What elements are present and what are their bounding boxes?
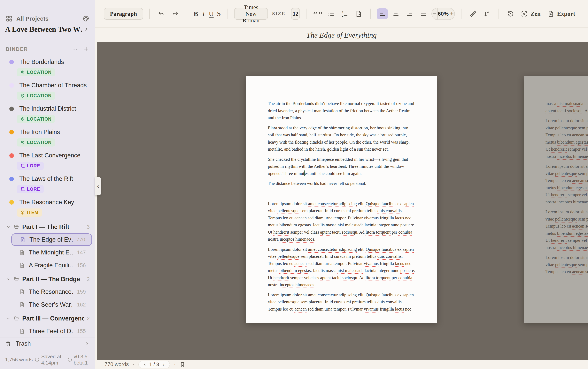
zoom-control: − 60% + bbox=[431, 8, 455, 20]
document-page-1[interactable]: The air in the Borderlands didn’t behave… bbox=[246, 76, 437, 323]
binder-folder[interactable]: Part II — The Bridge 2 bbox=[5, 273, 93, 285]
doc-title: The Midnight E… bbox=[29, 249, 73, 256]
undo-button[interactable] bbox=[156, 8, 167, 19]
trash-button[interactable]: Trash bbox=[0, 337, 95, 350]
page-word-count: 770 words bbox=[105, 361, 129, 368]
misspelled-word: bibendum egestas bbox=[279, 268, 311, 273]
project-switcher[interactable]: A Love Between Two W… bbox=[0, 25, 95, 39]
zoom-in-button[interactable]: + bbox=[449, 8, 454, 20]
doc-title: The Resonance… bbox=[29, 288, 73, 295]
font-family-dropdown[interactable]: Times New Roman bbox=[234, 8, 268, 20]
empty-paragraph bbox=[268, 190, 415, 197]
misspelled-word: litora torquent bbox=[366, 230, 390, 235]
binder-item[interactable]: The Last Convergence LORE bbox=[5, 151, 93, 170]
divider bbox=[187, 9, 187, 19]
misspelled-word: bibendum egestas bbox=[557, 185, 588, 190]
binder-doc[interactable]: Three Feet of D… 155 bbox=[11, 325, 92, 337]
more-options-icon[interactable] bbox=[72, 46, 78, 52]
binder-item[interactable]: The Resonance Key ITEM bbox=[5, 197, 93, 217]
binder-item[interactable]: The Industrial District LOCATION bbox=[5, 104, 93, 123]
sort-order-button[interactable] bbox=[481, 8, 492, 19]
font-size-input[interactable]: 12 bbox=[291, 8, 300, 20]
align-justify-icon bbox=[420, 10, 427, 18]
align-center-button[interactable] bbox=[390, 8, 401, 19]
misspelled-word: pellentesque bbox=[555, 262, 577, 267]
document-icon bbox=[20, 237, 26, 243]
info-icon[interactable] bbox=[35, 357, 39, 362]
palette-icon[interactable] bbox=[83, 15, 89, 22]
misspelled-word: amet consectetur adipiscing bbox=[586, 118, 588, 123]
divider bbox=[306, 9, 306, 19]
bookmark-button[interactable] bbox=[179, 362, 185, 368]
tag-badge: ITEM bbox=[17, 208, 42, 217]
document-page-2[interactable]: massa nisl malesuada lacinia integer nun… bbox=[524, 76, 588, 323]
misspelled-word: duis convallis bbox=[378, 208, 402, 213]
blockquote-button[interactable]: ”” bbox=[313, 10, 323, 18]
all-projects-button[interactable]: All Projects bbox=[0, 12, 95, 25]
misspelled-word: Quisque faucibus bbox=[366, 201, 396, 206]
binder-folder[interactable]: Part I — The Rift 3 bbox=[5, 221, 93, 233]
export-icon bbox=[547, 10, 554, 17]
chevron-right-icon bbox=[85, 341, 90, 346]
misspelled-word: aenean bbox=[572, 133, 584, 137]
binder-item[interactable]: The Laws of the Rift LORE bbox=[5, 174, 93, 193]
misspelled-word: nisl malesuada bbox=[337, 223, 363, 227]
binder-doc[interactable]: The Midnight E… 147 bbox=[11, 246, 92, 259]
underline-button[interactable]: U bbox=[209, 8, 214, 19]
folder-doc-count: 2 bbox=[87, 316, 93, 322]
zen-mode-button[interactable]: Zen bbox=[519, 10, 543, 17]
map-pin-icon bbox=[20, 117, 25, 121]
undo-icon bbox=[158, 10, 165, 18]
color-dot bbox=[9, 60, 14, 64]
doc-title: The Seer’s War… bbox=[29, 301, 73, 308]
align-right-icon bbox=[406, 10, 413, 18]
add-item-icon[interactable] bbox=[83, 46, 89, 52]
binder-doc[interactable]: The Seer’s War… 162 bbox=[11, 298, 92, 311]
misspelled-word: inceptos himenaeos bbox=[280, 237, 314, 242]
saved-status: Saved at 4:14pm bbox=[41, 353, 65, 366]
misspelled-word: amet consectetur adipiscing bbox=[308, 247, 357, 252]
numbered-list-button[interactable]: 12 bbox=[339, 8, 350, 19]
paragraph: Lorem ipsum dolor sit amet consectetur a… bbox=[268, 246, 415, 288]
align-right-button[interactable] bbox=[404, 8, 415, 19]
binder-item[interactable]: The Borderlands LOCATION bbox=[5, 57, 93, 76]
ruler-button[interactable] bbox=[468, 8, 479, 19]
binder-doc[interactable]: The Resonance… 159 bbox=[11, 286, 92, 298]
binder-folder[interactable]: Part III — Convergence 2 bbox=[5, 312, 93, 325]
misspelled-word: pellentesque bbox=[277, 299, 299, 304]
info-icon bbox=[67, 357, 72, 362]
binder-doc-selected[interactable]: The Edge of Ev… 770 bbox=[11, 233, 92, 246]
chevron-down-icon bbox=[6, 225, 10, 229]
prev-page-button[interactable]: ‹ bbox=[142, 361, 148, 368]
next-page-button[interactable]: › bbox=[161, 361, 167, 368]
binder-item[interactable]: The Iron Plains LOCATION bbox=[5, 127, 93, 146]
zen-focus-icon bbox=[521, 10, 528, 17]
paragraph: The distance between worlds had never fe… bbox=[268, 180, 415, 187]
misspelled-word: inceptos himenaeos bbox=[557, 199, 588, 204]
binder-doc[interactable]: A Fragile Equili… 156 bbox=[11, 259, 92, 272]
redo-button[interactable] bbox=[170, 8, 180, 19]
tag-badge: LORE bbox=[17, 185, 44, 193]
bold-button[interactable]: B bbox=[193, 8, 198, 19]
binder-header: BINDER bbox=[0, 39, 95, 55]
sidebar-collapse-handle[interactable]: ‹ bbox=[95, 177, 101, 195]
doc-title: Three Feet of D… bbox=[29, 328, 73, 335]
map-pin-icon bbox=[20, 93, 25, 98]
misspelled-word: sapien bbox=[403, 292, 414, 297]
tag-badge: LOCATION bbox=[17, 115, 55, 123]
italic-button[interactable]: I bbox=[201, 8, 206, 19]
misspelled-word: amet consectetur adipiscing bbox=[308, 201, 357, 206]
page-break-button[interactable] bbox=[353, 8, 364, 19]
strikethrough-button[interactable]: S bbox=[216, 8, 221, 19]
binder-item[interactable]: The Chamber of Threads LOCATION bbox=[5, 81, 93, 100]
align-left-button[interactable] bbox=[377, 8, 388, 19]
paragraph-style-dropdown[interactable]: Paragraph bbox=[104, 8, 143, 20]
bullet-list-button[interactable] bbox=[326, 8, 337, 19]
folder-title: Part II — The Bridge bbox=[22, 276, 84, 283]
history-button[interactable] bbox=[505, 8, 516, 19]
bullet-list-icon bbox=[327, 10, 335, 18]
align-justify-button[interactable] bbox=[418, 8, 429, 19]
misspelled-word: lacus bbox=[395, 261, 404, 266]
zoom-out-button[interactable]: − bbox=[432, 8, 437, 20]
export-button[interactable]: Export bbox=[545, 10, 577, 17]
